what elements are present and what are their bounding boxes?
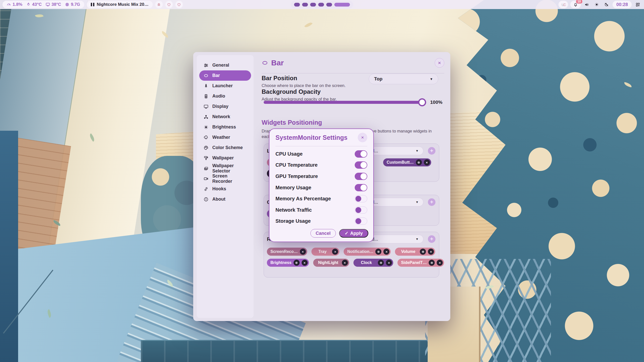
add-widget-button[interactable]: + [428, 235, 435, 243]
gear-icon [421, 250, 425, 253]
cloud-rain-icon [204, 135, 209, 140]
sidebar-item-about[interactable]: About [199, 194, 251, 204]
add-widget-button[interactable]: + [428, 198, 435, 206]
system-stats-module[interactable]: 1.8% 43°C 38°C 9.7G [3, 1, 84, 8]
widget-settings-button[interactable] [378, 260, 384, 266]
sidebar-item-brightness[interactable]: Brightness [199, 122, 251, 132]
sidebar-item-label: General [212, 63, 229, 68]
widget-remove-button[interactable]: × [437, 260, 443, 266]
page-header: Bar × [262, 58, 444, 68]
widget-chip[interactable]: CustomButt… × [383, 158, 431, 166]
widget-remove-button[interactable]: × [386, 260, 392, 266]
select-value: Top [374, 76, 382, 82]
widget-remove-button[interactable]: × [428, 249, 434, 255]
sidebar-item-launcher[interactable]: Launcher [199, 81, 251, 91]
slider-knob[interactable] [418, 98, 426, 106]
widget-chip[interactable]: Volume × [395, 248, 435, 256]
widget-remove-button[interactable]: × [342, 260, 348, 266]
clock-module[interactable]: 00:28 [613, 1, 632, 8]
video-camera-icon [204, 176, 209, 181]
widget-settings-button[interactable] [429, 260, 435, 266]
gauge-icon [7, 2, 11, 7]
toggle-memory-usage[interactable] [355, 184, 367, 191]
wallpaper-wall [0, 131, 18, 362]
modal-close-button[interactable]: × [358, 133, 367, 142]
widget-chip[interactable]: NightLight × [313, 259, 349, 267]
sidebar-item-network[interactable]: Network [199, 112, 251, 122]
sidebar-item-screen-recorder[interactable]: Screen Recorder [199, 173, 251, 184]
night-light-button[interactable] [603, 1, 610, 8]
volume-button[interactable] [583, 1, 591, 8]
bar-position-select[interactable]: Top ▼ [369, 74, 438, 84]
paint-roller-icon [204, 156, 209, 161]
cancel-button[interactable]: Cancel [310, 229, 336, 238]
toggle-label: Memory As Percentage [275, 196, 331, 202]
sidebar-item-audio[interactable]: Audio [199, 91, 251, 101]
toggle-network-traffic[interactable] [355, 206, 367, 214]
tray-app-button[interactable]: UC [558, 1, 568, 8]
remove-icon: × [344, 261, 346, 265]
ghost-icon [157, 3, 161, 7]
workspace-dot[interactable] [326, 3, 332, 7]
toggle-gpu-temperature[interactable] [355, 173, 367, 180]
toggle-cpu-usage[interactable] [355, 150, 367, 158]
notification-badge: 10 [576, 0, 583, 4]
widget-remove-button[interactable]: × [302, 260, 308, 266]
sidebar-item-wallpaper[interactable]: Wallpaper [199, 153, 251, 163]
widget-chip[interactable]: Brightness × [267, 259, 309, 267]
favorite-button[interactable] [165, 1, 173, 8]
workspace-dot[interactable] [310, 3, 316, 7]
sidebar-item-general[interactable]: General [199, 60, 251, 70]
window-close-button[interactable]: × [435, 58, 444, 68]
sidebar-item-wallpaper-selector[interactable]: Wallpaper Selector [199, 163, 251, 173]
like-button[interactable] [175, 1, 183, 8]
emoji-button[interactable] [155, 1, 163, 8]
widget-remove-button[interactable]: × [424, 159, 430, 165]
remove-icon: × [386, 250, 388, 254]
widget-chip[interactable]: Clock × [353, 259, 393, 267]
toggle-row: Storage Usage [275, 216, 367, 227]
widget-chip[interactable]: SidePanelT… × [397, 259, 444, 267]
apply-button[interactable]: ✓Apply [339, 229, 368, 238]
opacity-slider[interactable] [264, 101, 426, 104]
sidebar-item-hooks[interactable]: Hooks [199, 184, 251, 194]
widget-settings-button[interactable] [420, 249, 426, 255]
media-player-module[interactable]: Nightcore Music Mix 20… [87, 1, 153, 8]
widget-remove-button[interactable]: × [383, 249, 389, 255]
sidebar-item-display[interactable]: Display [199, 101, 251, 112]
toggle-storage-usage[interactable] [355, 217, 367, 225]
workspace-dot[interactable] [294, 3, 300, 7]
widget-chip-row: Brightness × NightLight × Clock × SidePa… [267, 259, 436, 267]
sun-icon [594, 2, 599, 7]
workspace-active-pill[interactable] [334, 3, 350, 7]
workspace-dot[interactable] [318, 3, 324, 7]
widget-settings-button[interactable] [375, 249, 381, 255]
top-bar: 1.8% 43°C 38°C 9.7G Nightcore Music Mix … [0, 0, 644, 9]
widget-remove-button[interactable]: × [300, 249, 306, 255]
chevron-down-icon: ▼ [430, 77, 433, 81]
add-widget-button[interactable]: + [428, 147, 435, 155]
notifications-button[interactable]: 10 [570, 1, 581, 8]
sun-icon [204, 125, 209, 130]
brightness-button[interactable] [593, 1, 600, 8]
sidebar-item-weather[interactable]: Weather [199, 132, 251, 143]
toggle-knob [360, 185, 367, 191]
toggle-cpu-temperature[interactable] [355, 161, 367, 169]
sidebar-item-bar[interactable]: Bar [199, 70, 251, 81]
remove-icon: × [334, 250, 336, 254]
widget-remove-button[interactable]: × [332, 249, 338, 255]
dashboard-button[interactable] [634, 1, 641, 8]
widget-chip[interactable]: ScreenReco… × [267, 248, 307, 256]
widget-settings-button[interactable] [416, 159, 422, 165]
toggle-memory-as-percentage[interactable] [355, 195, 367, 202]
widget-chip[interactable]: Tray × [311, 248, 340, 256]
pause-icon[interactable] [91, 3, 94, 6]
toggle-row: Network Traffic [275, 204, 367, 216]
top-bar-right: UC 10 00:28 [558, 1, 641, 8]
workspace-dot[interactable] [302, 3, 308, 7]
sidebar-item-color-scheme[interactable]: Color Scheme [199, 143, 251, 153]
speaker-icon [584, 2, 589, 7]
widget-chip[interactable]: Notification… × [344, 248, 391, 256]
field-label: Bar Position [262, 75, 367, 82]
widget-settings-button[interactable] [294, 260, 300, 266]
